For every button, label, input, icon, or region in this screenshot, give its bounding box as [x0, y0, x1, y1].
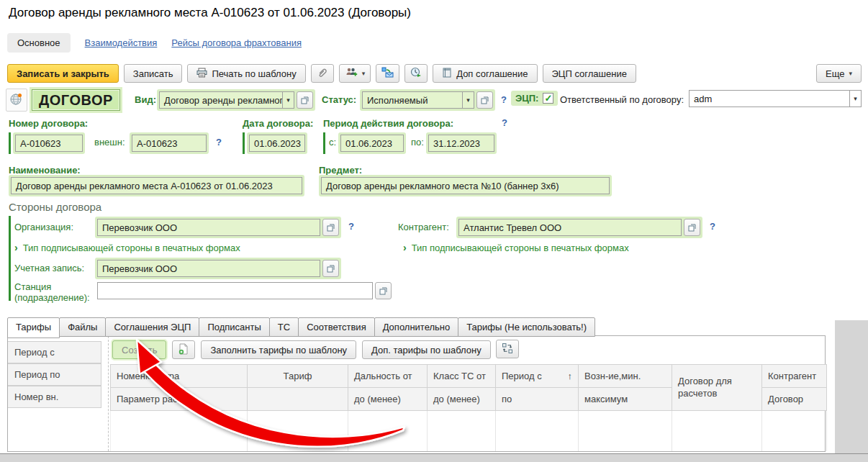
column-subheader[interactable]: максимум [579, 388, 672, 411]
send-message-icon [381, 67, 394, 80]
save-and-close-button[interactable]: Записать и закрыть [7, 64, 119, 83]
column-subheader[interactable] [248, 388, 348, 411]
tab-files[interactable]: Файлы [59, 317, 106, 337]
nav-link-interactions[interactable]: Взаимодействия [85, 37, 158, 48]
change-history-button[interactable] [404, 64, 428, 83]
organization-input[interactable]: Перевозчик ООО [97, 219, 320, 236]
open-station-button[interactable] [375, 282, 392, 299]
globe-pin-icon [9, 92, 24, 109]
parties-section-title: Стороны договора [9, 201, 101, 213]
period-to-group: 31.12.2023 [426, 132, 497, 154]
tab-correspondences[interactable]: Соответствия [298, 317, 375, 337]
add-contact-button[interactable]: ▾ [339, 64, 371, 83]
status-value[interactable]: Исполняемый [362, 91, 463, 109]
tab-signers[interactable]: Подписанты [199, 317, 269, 337]
dropdown-arrow-icon[interactable]: ▾ [463, 91, 474, 109]
panel-splitter[interactable] [108, 336, 109, 451]
status-label: Статус: [322, 94, 356, 105]
status-combobox[interactable]: Исполняемый ▾ [360, 89, 495, 111]
sync-button[interactable] [496, 340, 519, 358]
period-help[interactable]: ? [502, 117, 507, 128]
responsible-value[interactable]: adm [689, 90, 850, 107]
tab-additional[interactable]: Дополнительно [374, 317, 459, 337]
tab-tariffs-deprecated[interactable]: Тарифы (Не использовать!) [458, 317, 595, 337]
dropdown-arrow-icon[interactable]: ▾ [850, 90, 862, 107]
counterparty-field-group: Атлантис Тревел ООО [456, 217, 702, 238]
station-input[interactable] [97, 282, 373, 299]
nav-tabs: Основное Взаимодействия Рейсы договора ф… [7, 32, 302, 53]
column-subheader[interactable]: до (менее) [428, 388, 496, 411]
print-by-template-label: Печать по шаблону [212, 68, 296, 79]
nav-tab-main[interactable]: Основное [7, 33, 71, 53]
column-header[interactable]: Договор для расчетов [672, 365, 762, 411]
more-label: Еще [826, 68, 844, 79]
counterparty-input[interactable]: Атлантис Тревел ООО [458, 219, 682, 236]
counterparty-help[interactable]: ? [710, 221, 715, 232]
kind-combobox[interactable]: Договор аренды рекламного ме ▾ [157, 89, 315, 111]
dop-agreement-button[interactable]: Доп соглашение [433, 64, 537, 83]
period-label: Период действия договора: [323, 118, 453, 129]
tab-tariffs[interactable]: Тарифы [7, 317, 60, 338]
document-plus-icon [178, 343, 189, 357]
printer-icon [196, 68, 207, 80]
column-header-sorted[interactable]: Период с ↑ [496, 365, 579, 388]
name-input[interactable]: Договор аренды рекламного места А-010623… [11, 177, 302, 194]
status-help[interactable]: ? [501, 94, 507, 105]
period-to-input[interactable]: 31.12.2023 [428, 135, 494, 152]
tab-ts[interactable]: ТС [269, 317, 299, 337]
column-subheader[interactable]: Параметр расчета [111, 388, 248, 411]
column-header[interactable]: Контрагент [762, 365, 827, 388]
ecp-agreement-button[interactable]: ЭЦП соглашение [543, 64, 636, 83]
open-account-button[interactable] [322, 260, 339, 277]
create-button[interactable]: Создать [112, 340, 166, 359]
dropdown-arrow-icon: ▾ [849, 70, 852, 77]
signer-type-link-left[interactable]: ›Тип подписывающей стороны в печатных фо… [14, 242, 240, 253]
open-kind-button[interactable] [297, 91, 313, 109]
attach-file-button[interactable] [311, 64, 334, 83]
external-number-input[interactable]: А-010623 [132, 135, 207, 152]
date-label: Дата договора: [243, 118, 313, 129]
column-header[interactable]: Класс ТС от [428, 365, 496, 388]
side-row-period-from[interactable]: Период с [8, 341, 101, 363]
paperclip-icon [317, 67, 328, 81]
open-counterparty-button[interactable] [684, 219, 700, 236]
organization-help[interactable]: ? [348, 221, 354, 232]
column-header[interactable]: Возн-ие,мин. [579, 365, 672, 388]
date-input[interactable]: 01.06.2023 [249, 135, 305, 152]
kind-value[interactable]: Договор аренды рекламного ме [159, 91, 283, 109]
tariffs-table-body[interactable] [110, 411, 827, 451]
signer-type-link-right[interactable]: ›Тип подписывающей стороны в печатных фо… [403, 242, 629, 253]
side-row-number[interactable]: Номер вн. [8, 386, 101, 408]
dropdown-arrow-icon[interactable]: ▾ [283, 91, 294, 109]
more-button[interactable]: Еще ▾ [816, 64, 862, 83]
open-status-button[interactable] [476, 91, 493, 109]
responsible-combobox[interactable]: adm ▾ [689, 90, 862, 107]
open-organization-button[interactable] [322, 219, 339, 236]
nav-link-charter-trips[interactable]: Рейсы договора фрахтования [171, 37, 302, 48]
period-from-input[interactable]: 01.06.2023 [340, 135, 404, 152]
copy-button[interactable] [172, 340, 195, 359]
print-by-template-button[interactable]: Печать по шаблону [187, 64, 305, 83]
number-input[interactable]: А-010623 [15, 135, 83, 152]
column-subheader[interactable]: по [496, 388, 579, 411]
ecp-checkbox[interactable]: ✓ [543, 93, 553, 104]
column-subheader[interactable]: до (менее) [348, 388, 428, 411]
tab-ecp-agreements[interactable]: Соглашения ЭЦП [105, 317, 199, 337]
period-from-group: 01.06.2023 [338, 132, 406, 154]
column-subheader[interactable]: Договор [762, 388, 827, 411]
send-message-button[interactable] [376, 64, 399, 83]
account-input[interactable]: Перевозчик ООО [97, 260, 320, 277]
contract-form-window: Договор аренды рекламного места А-010623… [0, 0, 868, 462]
column-header[interactable]: Тариф [248, 365, 348, 388]
extra-tariffs-button[interactable]: Доп. тарифы по шаблону [362, 340, 491, 359]
subject-input[interactable]: Договор аренды рекламного места №10 (бан… [321, 177, 610, 194]
document-kind-button[interactable] [6, 89, 27, 112]
fill-tariffs-button[interactable]: Заполнить тарифы по шаблону [201, 340, 356, 359]
column-header[interactable]: Номенклатура [111, 365, 248, 388]
external-number-label: внешн: [94, 137, 125, 148]
save-button[interactable]: Записать [124, 64, 183, 83]
number-help[interactable]: ? [216, 137, 222, 148]
column-header[interactable]: Дальность от [348, 365, 428, 388]
side-row-period-to[interactable]: Период по [8, 363, 101, 386]
period-from-label: с: [329, 137, 336, 148]
